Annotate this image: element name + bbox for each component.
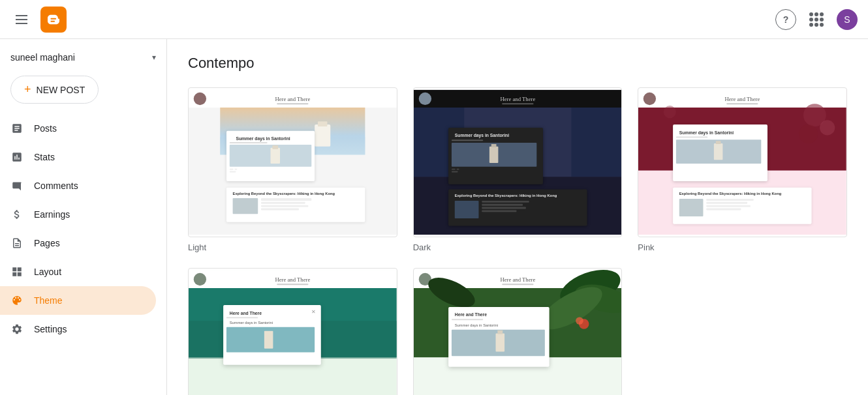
svg-rect-61 <box>676 136 707 138</box>
content-area: Contempo <box>167 39 868 395</box>
sidebar-item-pages[interactable]: Pages <box>0 229 156 257</box>
theme-card-light[interactable]: Here and There Summer days in Santorini <box>188 87 397 252</box>
svg-rect-64 <box>716 141 721 144</box>
svg-rect-39 <box>452 169 456 170</box>
svg-rect-46 <box>482 204 523 206</box>
sidebar-item-theme[interactable]: Theme <box>0 286 156 315</box>
earnings-label: Earnings <box>34 209 70 220</box>
top-nav-right: ? S <box>775 9 858 30</box>
theme-name-light: Light <box>188 242 397 252</box>
svg-rect-4 <box>277 103 308 104</box>
svg-point-2 <box>194 93 206 105</box>
svg-rect-67 <box>679 199 704 216</box>
theme-card-tropical[interactable]: Here and There Here <box>413 268 623 395</box>
svg-text:Exploring Beyond the Skyscrape: Exploring Beyond the Skyscrapers: Hiking… <box>679 192 782 196</box>
svg-rect-44 <box>454 201 478 218</box>
svg-text:Here and There: Here and There <box>454 312 486 317</box>
theme-preview-pink: Here and There Summer days in Santorini <box>638 87 847 237</box>
comments-icon <box>10 179 23 192</box>
theme-card-pink[interactable]: Here and There Summer days in Santorini <box>638 87 847 252</box>
theme-grid: Here and There Summer days in Santorini <box>188 87 847 395</box>
svg-text:Here and There: Here and There <box>275 96 310 102</box>
svg-rect-35 <box>452 139 483 141</box>
theme-preview-tropical: Here and There Here <box>413 268 623 395</box>
blog-name: suneel maghani <box>10 52 75 63</box>
svg-rect-13 <box>271 148 280 164</box>
svg-rect-70 <box>707 205 751 207</box>
svg-point-27 <box>418 93 431 105</box>
comments-label: Comments <box>34 181 78 191</box>
theme-card-green[interactable]: Here and There Here and There Summer day… <box>188 268 397 395</box>
sidebar: suneel maghani ▾ + NEW POST Posts Stats <box>0 39 167 395</box>
theme-label: Theme <box>34 295 63 306</box>
pages-icon <box>10 237 23 250</box>
theme-icon <box>10 294 23 307</box>
svg-rect-81 <box>226 317 258 318</box>
svg-rect-63 <box>714 143 723 160</box>
sidebar-item-stats[interactable]: Stats <box>0 143 156 171</box>
user-avatar[interactable]: S <box>837 9 858 30</box>
svg-rect-22 <box>261 202 305 204</box>
svg-point-58 <box>664 106 676 118</box>
svg-text:Here and There: Here and There <box>275 276 310 283</box>
svg-rect-40 <box>456 169 459 170</box>
svg-text:Here and There: Here and There <box>500 276 535 283</box>
blogger-logo <box>40 7 67 33</box>
svg-text:Summer days in Santorini: Summer days in Santorini <box>454 323 497 327</box>
svg-rect-16 <box>234 169 237 170</box>
sidebar-item-layout[interactable]: Layout <box>0 257 156 286</box>
svg-text:Here and There: Here and There <box>725 96 760 102</box>
sidebar-item-settings[interactable]: Settings <box>0 315 156 344</box>
svg-rect-103 <box>495 334 504 352</box>
svg-rect-32 <box>571 108 621 177</box>
new-post-label: NEW POST <box>37 85 85 95</box>
theme-name-dark: Dark <box>413 242 623 252</box>
svg-rect-41 <box>452 171 458 173</box>
hamburger-menu-icon[interactable] <box>10 10 33 29</box>
svg-text:Here and There: Here and There <box>500 96 535 102</box>
top-navigation: ? S <box>0 0 868 39</box>
posts-icon <box>10 122 23 135</box>
svg-rect-71 <box>707 208 741 210</box>
theme-card-dark[interactable]: Here and There Summer days in Santorini <box>413 87 623 252</box>
plus-icon: + <box>24 83 31 96</box>
svg-rect-17 <box>230 171 236 173</box>
layout-label: Layout <box>34 267 61 277</box>
svg-rect-24 <box>261 208 299 210</box>
blog-selector[interactable]: suneel maghani ▾ <box>0 44 166 70</box>
svg-text:Summer days in Santorini: Summer days in Santorini <box>679 130 734 136</box>
svg-rect-37 <box>489 147 499 163</box>
sidebar-item-comments[interactable]: Comments <box>0 171 156 200</box>
svg-rect-20 <box>233 198 258 214</box>
stats-icon <box>10 151 23 164</box>
svg-rect-21 <box>261 198 311 201</box>
svg-text:Here and There: Here and There <box>230 311 262 315</box>
svg-text:Summer days in Santorini: Summer days in Santorini <box>230 321 273 325</box>
pages-label: Pages <box>34 238 60 248</box>
settings-label: Settings <box>34 324 67 334</box>
svg-text:✕: ✕ <box>311 309 316 315</box>
svg-rect-8 <box>318 121 327 126</box>
svg-text:Summer days in Santorini: Summer days in Santorini <box>236 136 290 141</box>
sidebar-item-earnings[interactable]: Earnings <box>0 200 156 229</box>
sidebar-item-posts[interactable]: Posts <box>0 114 156 143</box>
svg-rect-47 <box>482 207 526 209</box>
help-icon[interactable]: ? <box>775 9 796 30</box>
svg-rect-23 <box>261 205 308 207</box>
theme-preview-dark: Here and There Summer days in Santorini <box>413 87 623 237</box>
theme-name-pink: Pink <box>638 242 847 252</box>
svg-point-51 <box>643 93 656 105</box>
apps-grid-icon[interactable] <box>807 10 826 29</box>
svg-rect-53 <box>727 103 758 104</box>
settings-icon <box>10 323 23 336</box>
svg-rect-104 <box>497 330 503 334</box>
svg-text:Exploring Beyond the Skyscrape: Exploring Beyond the Skyscrapers: Hiking… <box>454 194 557 197</box>
svg-rect-11 <box>230 142 268 143</box>
theme-preview-light: Here and There Summer days in Santorini <box>188 87 397 237</box>
posts-label: Posts <box>34 123 57 134</box>
earnings-icon <box>10 208 23 221</box>
svg-rect-76 <box>277 284 308 285</box>
svg-rect-38 <box>491 144 496 147</box>
new-post-button[interactable]: + NEW POST <box>10 76 99 104</box>
svg-point-74 <box>194 273 206 285</box>
